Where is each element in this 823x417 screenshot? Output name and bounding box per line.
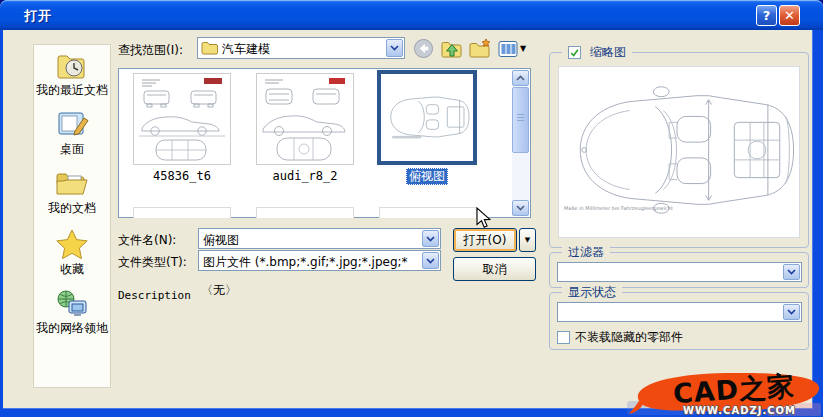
help-button[interactable]: ? — [756, 5, 777, 26]
file-name-label: 俯视图 — [406, 168, 448, 185]
place-label: 收藏 — [36, 262, 108, 276]
look-in-label: 查找范围(I): — [118, 42, 183, 59]
file-thumbnail-blueprint — [256, 73, 354, 165]
file-type-field-label: 文件类型(T): — [118, 254, 187, 271]
place-network[interactable]: 我的网络领地 — [36, 289, 108, 335]
filter-combobox[interactable] — [557, 262, 802, 282]
preview-caption: Maße in Millimeter bei Fahrzeugleergewic… — [564, 205, 673, 211]
open-button[interactable]: 打开(O) — [453, 228, 517, 252]
thumbnail-group-legend: 缩略图 — [562, 44, 632, 61]
dialog-body: 我的最近文档 桌面 — [0, 30, 823, 417]
close-button[interactable]: ✕ — [779, 5, 800, 26]
back-button[interactable] — [411, 37, 435, 60]
up-one-level-icon — [441, 38, 463, 59]
place-label: 我的网络领地 — [36, 321, 108, 335]
file-item[interactable]: audi_r8_2 — [250, 73, 360, 183]
place-favorites[interactable]: 收藏 — [36, 228, 108, 276]
display-state-group-label: 显示状态 — [568, 284, 616, 301]
file-thumbnail-top-view — [377, 70, 477, 165]
views-button[interactable]: ▼ — [496, 37, 528, 60]
title-bar[interactable]: 打开 ? ✕ — [0, 0, 823, 30]
file-list-scrollbar[interactable] — [512, 70, 529, 216]
file-item-selected[interactable]: 俯视图 — [369, 70, 485, 185]
help-icon: ? — [763, 8, 771, 23]
description-label: Description — [118, 289, 191, 302]
chevron-down-icon: ▼ — [525, 236, 530, 244]
place-label: 桌面 — [36, 142, 108, 156]
watermark-url: WWW.CADZJ.COM — [683, 405, 796, 416]
thumbnail-group: 缩略图 — [549, 52, 809, 248]
place-label: 我的文档 — [36, 201, 108, 215]
window-title: 打开 — [24, 7, 52, 25]
scrollbar-thumb[interactable] — [512, 87, 529, 153]
file-type-value: 图片文件 (*.bmp;*.gif;*.jpg;*.jpeg;* — [203, 254, 420, 271]
place-desktop[interactable]: 桌面 — [36, 110, 108, 156]
checkmark-icon — [569, 48, 580, 58]
thumbnail-checkbox[interactable] — [568, 46, 581, 59]
folder-icon — [201, 41, 218, 55]
views-icon — [498, 40, 519, 58]
file-item-partial[interactable] — [133, 207, 231, 218]
place-label: 我的最近文档 — [36, 83, 108, 97]
look-in-value: 汽车建模 — [222, 41, 384, 58]
file-name-label: 45836_t6 — [153, 169, 211, 183]
file-item-partial[interactable] — [379, 207, 477, 218]
chevron-down-icon[interactable] — [386, 39, 403, 57]
display-state-combobox[interactable] — [557, 302, 802, 322]
hide-hidden-row: 不装载隐藏的零部件 — [557, 329, 683, 346]
thumbnail-group-label: 缩略图 — [590, 44, 626, 61]
chevron-down-icon[interactable] — [783, 264, 800, 280]
description-value: 〈无〉 — [201, 282, 237, 299]
place-my-documents[interactable]: 我的文档 — [36, 169, 108, 215]
recent-documents-icon — [36, 51, 108, 81]
open-menu-button[interactable]: ▼ — [519, 228, 536, 252]
cancel-button[interactable]: 取消 — [453, 257, 536, 281]
desktop-icon — [36, 110, 108, 140]
file-item[interactable]: 45836_t6 — [127, 73, 237, 183]
filter-group-label: 过滤器 — [568, 244, 604, 261]
network-places-icon — [36, 289, 108, 319]
file-name-value: 俯视图 — [203, 232, 420, 249]
file-name-label: audi_r8_2 — [272, 169, 337, 183]
views-dropdown-icon: ▼ — [520, 44, 526, 53]
filter-group-legend: 过滤器 — [562, 244, 610, 261]
favorites-star-icon — [36, 228, 108, 260]
file-list[interactable]: 45836_t6 — [118, 68, 531, 218]
preview-pane: Maße in Millimeter bei Fahrzeugleergewic… — [558, 66, 800, 238]
file-thumbnail-blueprint — [133, 73, 231, 165]
scroll-down-icon[interactable] — [512, 200, 529, 216]
up-one-level-button[interactable] — [440, 37, 464, 60]
file-item-partial[interactable] — [256, 207, 354, 218]
watermark: CAD之家 WWW.CADZJ.COM — [627, 369, 823, 417]
place-recent-documents[interactable]: 我的最近文档 — [36, 51, 108, 97]
places-bar: 我的最近文档 桌面 — [33, 44, 111, 388]
file-name-combobox[interactable]: 俯视图 — [198, 228, 441, 249]
back-icon — [413, 38, 434, 59]
chevron-down-icon[interactable] — [783, 304, 800, 320]
new-folder-icon — [469, 38, 491, 59]
cancel-button-label: 取消 — [483, 262, 507, 276]
close-icon: ✕ — [784, 8, 795, 23]
open-dialog-window: 打开 ? ✕ 我的最近文档 — [0, 0, 823, 417]
hide-hidden-label: 不装载隐藏的零部件 — [575, 329, 683, 346]
file-type-combobox[interactable]: 图片文件 (*.bmp;*.gif;*.jpg;*.jpeg;* — [198, 250, 441, 271]
chevron-down-icon[interactable] — [422, 252, 439, 269]
look-in-combobox[interactable]: 汽车建模 — [197, 37, 405, 59]
file-name-field-label: 文件名(N): — [118, 232, 176, 249]
display-state-group-legend: 显示状态 — [562, 284, 622, 301]
hide-hidden-checkbox[interactable] — [557, 331, 570, 344]
display-state-group: 显示状态 不装载隐藏的零部件 — [549, 292, 809, 350]
chevron-down-icon[interactable] — [422, 230, 439, 247]
my-documents-icon — [36, 169, 108, 199]
new-folder-button[interactable] — [468, 37, 492, 60]
filter-group: 过滤器 — [549, 252, 809, 288]
open-button-label: 打开(O) — [464, 233, 507, 247]
scroll-up-icon[interactable] — [512, 70, 529, 86]
